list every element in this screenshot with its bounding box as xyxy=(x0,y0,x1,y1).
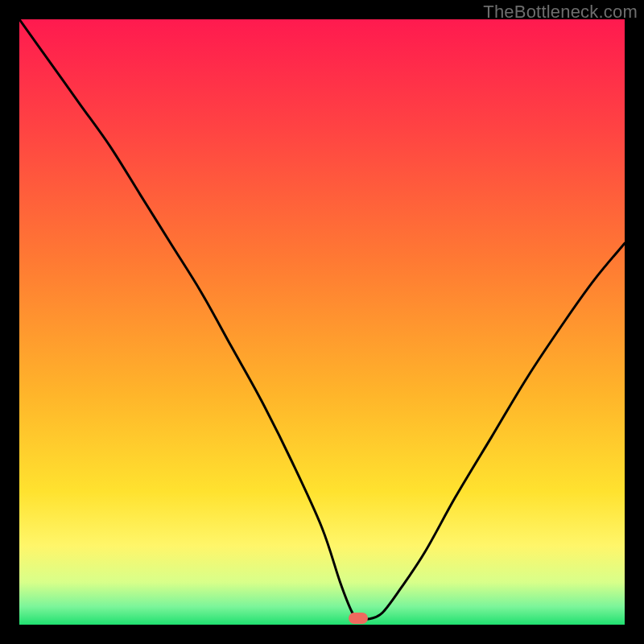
bottleneck-curve xyxy=(19,19,625,625)
frame: TheBottleneck.com xyxy=(0,0,644,644)
minimum-marker xyxy=(349,613,368,624)
plot-area xyxy=(19,19,625,625)
